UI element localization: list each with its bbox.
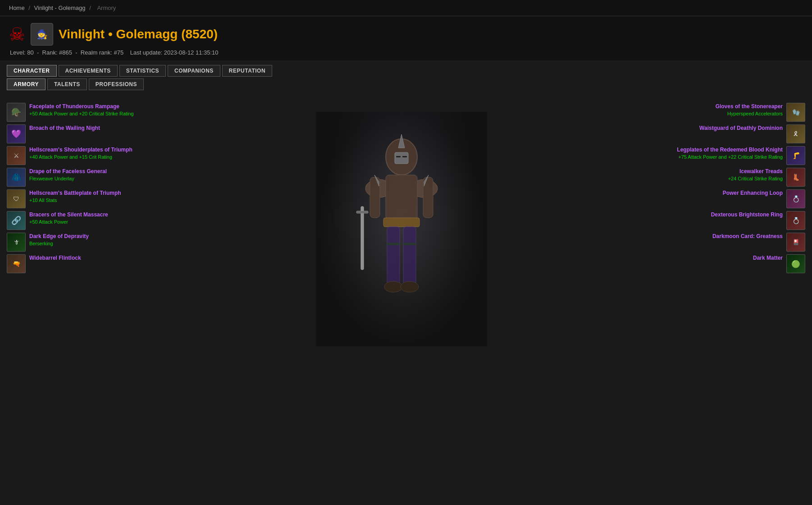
item-info-neck: Broach of the Wailing Night <box>29 124 146 132</box>
item-name-back[interactable]: Drape of the Faceless General <box>29 168 146 175</box>
item-info-trinket1: Darkmoon Card: Greatness <box>712 233 783 240</box>
char-level: Level: 80 <box>10 49 34 56</box>
item-info-waist: Waistguard of Deathly Dominion <box>699 124 783 132</box>
item-icon-chest: 🛡 <box>7 189 26 208</box>
item-icon-legs: 🦵 <box>786 146 805 165</box>
item-row-ranged: 🔫 Widebarrel Flintlock <box>7 254 146 273</box>
item-stat-chest: +10 All Stats <box>29 197 146 203</box>
item-icon-neck: 💜 <box>7 124 26 143</box>
breadcrumb-character[interactable]: Vinlight - Golemagg <box>34 5 86 11</box>
item-row-shoulders: ⚔ Hellscream's Shoulderplates of Triumph… <box>7 146 146 165</box>
tab-statistics[interactable]: STATISTICS <box>119 65 166 77</box>
item-info-trinket2: Dark Matter <box>753 254 783 262</box>
char-last-update: Last update: 2023-08-12 11:35:10 <box>130 49 219 56</box>
item-stat-head: +50 Attack Power and +20 Critical Strike… <box>29 110 146 117</box>
svg-rect-13 <box>403 243 416 245</box>
character-model <box>153 98 650 360</box>
svg-rect-18 <box>402 156 407 157</box>
character-svg <box>334 116 469 342</box>
item-info-mainhand: Dark Edge of Depravity Berserking <box>29 233 146 247</box>
tab-talents[interactable]: TALENTS <box>47 78 87 90</box>
item-icon-feet: 👢 <box>786 168 805 187</box>
item-info-ranged: Widebarrel Flintlock <box>29 254 146 262</box>
item-name-trinket2[interactable]: Dark Matter <box>753 254 783 262</box>
item-info-hands: Gloves of the Stonereaper Hyperspeed Acc… <box>716 103 783 117</box>
svg-rect-15 <box>356 211 368 213</box>
item-row-hands: 🧤 Gloves of the Stonereaper Hyperspeed A… <box>716 103 805 122</box>
character-name: Vinlight • Golemagg (8520) <box>59 27 218 41</box>
item-icon-trinket1: 🎴 <box>786 233 805 252</box>
item-name-wrists[interactable]: Bracers of the Silent Massacre <box>29 211 146 219</box>
item-row-chest: 🛡 Hellscream's Battleplate of Triumph +1… <box>7 189 146 208</box>
item-name-neck[interactable]: Broach of the Wailing Night <box>29 124 146 132</box>
item-name-hands[interactable]: Gloves of the Stonereaper <box>716 103 783 110</box>
item-row-ring1: 💍 Power Enhancing Loop <box>723 189 805 208</box>
item-info-ring1: Power Enhancing Loop <box>723 189 783 197</box>
item-icon-ring2: 💍 <box>786 211 805 230</box>
item-icon-wrists: 🔗 <box>7 211 26 230</box>
item-row-legs: 🦵 Legplates of the Redeemed Blood Knight… <box>677 146 805 165</box>
right-items-panel: 🧤 Gloves of the Stonereaper Hyperspeed A… <box>650 98 812 360</box>
item-name-ring1[interactable]: Power Enhancing Loop <box>723 189 783 197</box>
item-name-legs[interactable]: Legplates of the Redeemed Blood Knight <box>677 146 783 154</box>
item-stat-wrists: +50 Attack Power <box>29 219 146 225</box>
item-stat-back: Flexweave Underlay <box>29 175 146 182</box>
item-name-mainhand[interactable]: Dark Edge of Depravity <box>29 233 146 240</box>
svg-rect-14 <box>361 207 364 270</box>
item-name-chest[interactable]: Hellscream's Battleplate of Triumph <box>29 189 146 197</box>
header-section: ☠ 🧙 Vinlight • Golemagg (8520) Level: 80… <box>0 16 812 60</box>
topbar: Home / Vinlight - Golemagg / Armory <box>0 0 812 16</box>
svg-rect-12 <box>387 243 400 245</box>
tab-professions[interactable]: PROFESSIONS <box>89 78 144 90</box>
item-info-legs: Legplates of the Redeemed Blood Knight +… <box>677 146 783 160</box>
item-icon-head: 🪖 <box>7 103 26 122</box>
item-info-wrists: Bracers of the Silent Massacre +50 Attac… <box>29 211 146 225</box>
item-name-waist[interactable]: Waistguard of Deathly Dominion <box>699 124 783 132</box>
item-row-ring2: 💍 Dexterous Brightstone Ring <box>711 211 805 230</box>
nav-tabs-row1: CHARACTER ACHIEVEMENTS STATISTICS COMPAN… <box>0 60 812 77</box>
left-items-panel: 🪖 Faceplate of Thunderous Rampage +50 At… <box>0 98 153 360</box>
item-row-head: 🪖 Faceplate of Thunderous Rampage +50 At… <box>7 103 146 122</box>
svg-rect-4 <box>386 175 417 220</box>
svg-point-8 <box>384 281 402 292</box>
item-icon-hands: 🧤 <box>786 103 805 122</box>
tab-achievements[interactable]: ACHIEVEMENTS <box>59 65 118 77</box>
item-icon-waist: 🎗 <box>786 124 805 143</box>
svg-point-9 <box>401 281 419 292</box>
item-icon-shoulders: ⚔ <box>7 146 26 165</box>
item-icon-mainhand: 🗡 <box>7 233 26 252</box>
item-info-chest: Hellscream's Battleplate of Triumph +10 … <box>29 189 146 203</box>
item-row-trinket2: 🟢 Dark Matter <box>753 254 805 273</box>
model-display <box>316 112 487 346</box>
item-icon-trinket2: 🟢 <box>786 254 805 273</box>
svg-rect-6 <box>387 227 400 285</box>
item-stat-feet: +24 Critical Strike Rating <box>728 175 783 182</box>
item-row-trinket1: 🎴 Darkmoon Card: Greatness <box>712 233 805 252</box>
item-icon-ring1: 💍 <box>786 189 805 208</box>
main-content: 🪖 Faceplate of Thunderous Rampage +50 At… <box>0 94 812 364</box>
svg-rect-17 <box>396 156 401 157</box>
item-name-feet[interactable]: Icewalker Treads <box>728 168 783 175</box>
char-rank: Rank: #865 <box>42 49 73 56</box>
item-stat-legs: +75 Attack Power and +22 Critical Strike… <box>677 154 783 160</box>
item-info-back: Drape of the Faceless General Flexweave … <box>29 168 146 182</box>
tab-companions[interactable]: COMPANIONS <box>168 65 220 77</box>
item-name-ranged[interactable]: Widebarrel Flintlock <box>29 254 146 262</box>
svg-rect-7 <box>403 227 416 285</box>
item-row-feet: 👢 Icewalker Treads +24 Critical Strike R… <box>728 168 805 187</box>
tab-armory[interactable]: ARMORY <box>7 78 46 90</box>
character-title: ☠ 🧙 Vinlight • Golemagg (8520) <box>9 23 803 46</box>
svg-rect-16 <box>395 152 408 164</box>
item-row-wrists: 🔗 Bracers of the Silent Massacre +50 Att… <box>7 211 146 230</box>
item-row-back: 🧥 Drape of the Faceless General Flexweav… <box>7 168 146 187</box>
item-stat-mainhand: Berserking <box>29 240 146 247</box>
item-name-ring2[interactable]: Dexterous Brightstone Ring <box>711 211 783 219</box>
item-name-trinket1[interactable]: Darkmoon Card: Greatness <box>712 233 783 240</box>
item-name-head[interactable]: Faceplate of Thunderous Rampage <box>29 103 146 110</box>
item-stat-shoulders: +40 Attack Power and +15 Crit Rating <box>29 154 146 160</box>
breadcrumb-sep1: / <box>28 5 30 11</box>
tab-reputation[interactable]: REPUTATION <box>222 65 272 77</box>
tab-character[interactable]: CHARACTER <box>7 65 57 77</box>
breadcrumb-home[interactable]: Home <box>9 5 25 11</box>
item-name-shoulders[interactable]: Hellscream's Shoulderplates of Triumph <box>29 146 146 154</box>
